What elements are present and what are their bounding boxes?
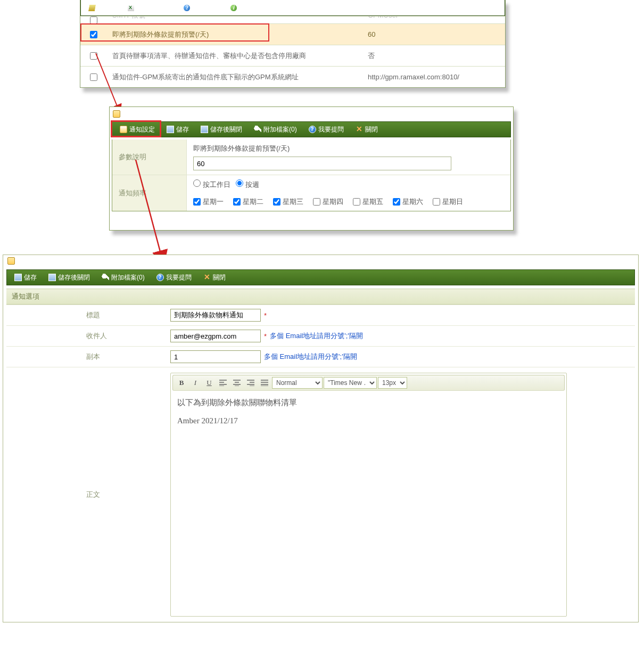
settings-grid: 修改 匯出至Excel ?我要提問 i線上說明 SMTP帳號 GPMUser 即… — [80, 0, 506, 88]
export-icon — [127, 4, 135, 12]
row-desc: 通知信件-GPM系統寄出的通知信件底下顯示的GPM系統網址 — [107, 72, 368, 82]
rte-body[interactable]: 以下為到期除外條款關聯物料清單 Amber 2021/12/17 — [171, 392, 566, 616]
notify-freq-label: 通知頻率 — [112, 175, 187, 211]
help-button[interactable]: i線上說明 — [226, 2, 269, 13]
close-button[interactable]: ✕關閉 — [351, 124, 382, 135]
weekday-checkbox-input[interactable] — [353, 198, 360, 206]
save-close-button[interactable]: 儲存後關閉 — [196, 124, 246, 135]
close-button[interactable]: ✕關閉 — [199, 272, 230, 283]
cc-input[interactable] — [170, 350, 261, 363]
row-checkbox[interactable] — [90, 73, 97, 81]
ask-button[interactable]: ?我要提問 — [304, 124, 348, 135]
weekday-checkbox-input[interactable] — [193, 198, 201, 206]
cc-label: 副本 — [6, 347, 166, 367]
row-value: 60 — [368, 30, 505, 38]
to-label: 收件人 — [6, 326, 166, 346]
ask-button[interactable]: ?我要提問 — [179, 2, 222, 13]
weekday-checkbox-input[interactable] — [433, 198, 440, 206]
section-title: 通知選項 — [6, 289, 635, 305]
grid-row[interactable]: 首頁待辦事項清單、待辦通知信件、審核中心是否包含停用廠商 否 — [80, 45, 505, 66]
magnifier-icon — [102, 274, 109, 281]
grid-row[interactable]: 通知信件-GPM系統寄出的通知信件底下顯示的GPM系統網址 http://gpm… — [80, 66, 505, 87]
param-value-input[interactable] — [193, 157, 451, 170]
rte-size-select[interactable]: 13px — [378, 377, 407, 389]
row-checkbox[interactable] — [90, 52, 97, 60]
question-icon: ? — [183, 4, 191, 12]
to-input[interactable] — [170, 330, 261, 342]
export-excel-button[interactable]: 匯出至Excel — [123, 2, 176, 13]
rte-align-justify-button[interactable] — [258, 377, 271, 389]
row-value: 否 — [368, 51, 505, 61]
weekday-checkbox[interactable]: 星期四 — [313, 197, 343, 207]
email-hint: 多個 Email地址請用分號';'隔開 — [264, 352, 357, 362]
rte-align-right-button[interactable] — [244, 377, 257, 389]
question-icon: ? — [309, 126, 316, 133]
weekday-checkbox[interactable]: 星期日 — [433, 197, 463, 207]
grid-toolbar: 修改 匯出至Excel ?我要提問 i線上說明 — [80, 0, 505, 16]
save-button[interactable]: 儲存 — [10, 272, 41, 283]
info-icon: i — [230, 4, 237, 12]
save-icon — [14, 274, 22, 281]
weekday-checkbox[interactable]: 星期三 — [273, 197, 303, 207]
question-icon: ? — [156, 274, 164, 281]
weekday-checkbox[interactable]: 星期二 — [233, 197, 263, 207]
panel-icon — [7, 257, 15, 265]
rte-italic-button[interactable]: I — [189, 377, 202, 389]
edit-icon — [88, 4, 96, 12]
row-value: http://gpm.ramaxel.com:8010/ — [368, 73, 505, 81]
ask-button[interactable]: ?我要提問 — [152, 272, 196, 283]
rte-format-select[interactable]: Normal — [272, 377, 323, 389]
title-label: 標題 — [6, 305, 166, 325]
close-icon: ✕ — [356, 126, 363, 133]
attach-button[interactable]: 附加檔案(0) — [250, 124, 301, 135]
weekday-checkbox-input[interactable] — [233, 198, 241, 206]
rte-toolbar: B I U — [172, 375, 565, 391]
weekday-checkbox-input[interactable] — [393, 198, 400, 206]
weekday-checkbox[interactable]: 星期六 — [393, 197, 423, 207]
save-icon — [201, 126, 208, 133]
panel3-toolbar: 儲存 儲存後關閉 附加檔案(0) ?我要提問 ✕關閉 — [6, 269, 635, 285]
rte-underline-button[interactable]: U — [203, 377, 216, 389]
close-icon: ✕ — [203, 274, 211, 281]
save-icon — [48, 274, 56, 281]
card-icon — [120, 126, 127, 133]
save-close-button[interactable]: 儲存後關閉 — [44, 272, 94, 283]
notify-settings-button[interactable]: 通知設定 — [115, 124, 159, 135]
row-desc: SMTP帳號 — [107, 16, 368, 20]
toolbar-separator — [120, 3, 121, 13]
title-input[interactable] — [170, 309, 261, 322]
rte-bold-button[interactable]: B — [175, 377, 188, 389]
notify-edit-panel: 通知設定 儲存 儲存後關閉 附加檔案(0) ?我要提問 ✕關閉 參數說明 即將到… — [109, 106, 514, 231]
magnifier-icon — [254, 126, 261, 133]
freq-mode-weekly[interactable]: 按週 — [236, 181, 259, 188]
row-desc: 首頁待辦事項清單、待辦通知信件、審核中心是否包含停用廠商 — [107, 51, 368, 61]
body-label: 正文 — [6, 367, 166, 622]
panel-icon — [113, 110, 120, 118]
required-marker: * — [264, 332, 267, 340]
row-value: GPMUser — [368, 16, 505, 19]
weekday-checkbox[interactable]: 星期五 — [353, 197, 383, 207]
freq-mode-workday[interactable]: 按工作日 — [193, 181, 230, 188]
param-desc-label: 參數說明 — [112, 140, 187, 175]
weekday-checkbox-input[interactable] — [313, 198, 320, 206]
notify-options-panel: 儲存 儲存後關閉 附加檔案(0) ?我要提問 ✕關閉 通知選項 標題 * 收件人… — [3, 255, 639, 622]
grid-row[interactable]: SMTP帳號 GPMUser — [80, 16, 505, 23]
grid-row-selected[interactable]: 即將到期除外條款提前預警(/天) 60 — [80, 23, 505, 45]
save-icon — [167, 126, 174, 133]
richtext-editor: B I U — [170, 373, 567, 617]
weekday-checkbox-input[interactable] — [273, 198, 280, 206]
required-marker: * — [264, 311, 267, 319]
param-desc-text: 即將到期除外條款提前預警(/天) — [193, 144, 504, 153]
highlight-box — [80, 23, 269, 42]
rte-align-left-button[interactable] — [217, 377, 229, 389]
rte-align-center-button[interactable] — [230, 377, 243, 389]
email-hint: 多個 Email地址請用分號';'隔開 — [270, 331, 363, 341]
save-button[interactable]: 儲存 — [162, 124, 193, 135]
panel2-toolbar: 通知設定 儲存 儲存後關閉 附加檔案(0) ?我要提問 ✕關閉 — [112, 121, 511, 137]
rte-font-select[interactable]: "Times New … — [324, 377, 377, 389]
attach-button[interactable]: 附加檔案(0) — [97, 272, 149, 283]
weekday-checkbox[interactable]: 星期一 — [193, 197, 224, 207]
weekday-checkboxes: 星期一 星期二 星期三 星期四 星期五 星期六 星期日 — [193, 197, 504, 207]
row-checkbox[interactable] — [90, 17, 97, 24]
edit-button[interactable]: 修改 — [84, 2, 115, 13]
